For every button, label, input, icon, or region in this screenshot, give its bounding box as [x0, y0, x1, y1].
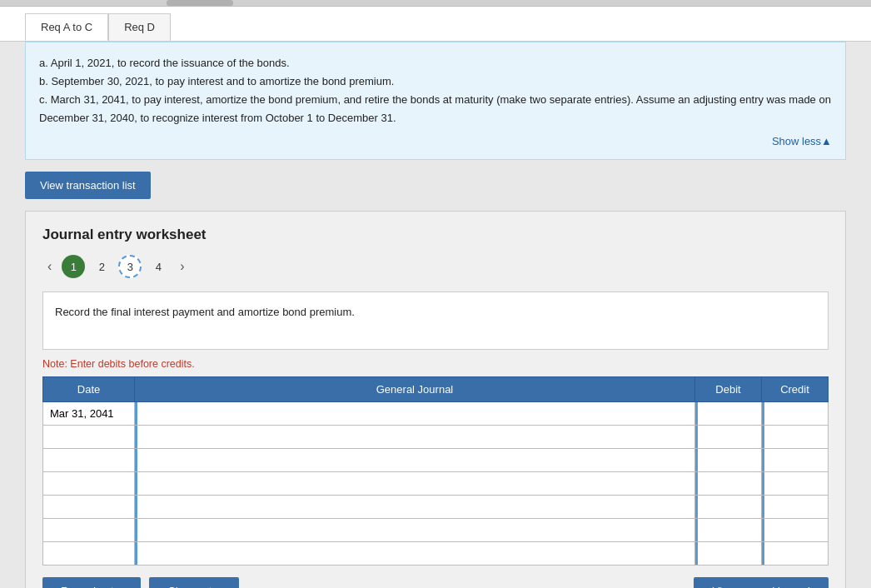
- date-cell: [43, 426, 135, 449]
- debit-cell: [695, 472, 762, 496]
- table-row: [43, 472, 829, 496]
- date-input[interactable]: [43, 496, 134, 518]
- pagination: ‹ 1 2 3 4 ›: [42, 255, 829, 278]
- view-general-journal-button[interactable]: View general journal: [694, 577, 829, 588]
- col-header-journal: General Journal: [135, 377, 695, 402]
- debit-input[interactable]: [695, 496, 761, 518]
- table-row: [43, 496, 829, 519]
- credit-cell: [762, 519, 829, 542]
- page-2[interactable]: 2: [90, 255, 113, 278]
- debit-input[interactable]: [695, 542, 761, 565]
- journal-entry-worksheet: Journal entry worksheet ‹ 1 2 3 4 › Reco…: [25, 211, 846, 588]
- col-header-credit: Credit: [762, 377, 829, 402]
- tab-req-a-to-c[interactable]: Req A to C: [25, 13, 108, 41]
- col-header-date: Date: [43, 377, 135, 402]
- credit-cell: [762, 449, 829, 472]
- credit-cell: [762, 542, 829, 566]
- col-header-debit: Debit: [695, 377, 762, 402]
- journal-input[interactable]: [135, 472, 694, 495]
- view-transaction-list-button[interactable]: View transaction list: [25, 172, 151, 199]
- debit-cell: [695, 449, 762, 472]
- credit-input[interactable]: [762, 449, 828, 471]
- journal-cell: [135, 519, 695, 542]
- journal-input[interactable]: [135, 426, 694, 448]
- debit-input[interactable]: [695, 519, 761, 541]
- credit-input[interactable]: [762, 542, 828, 565]
- credit-input[interactable]: [762, 496, 828, 518]
- debit-cell: [695, 402, 762, 426]
- entry-description: Record the final interest payment and am…: [42, 292, 829, 350]
- debit-cell: [695, 542, 762, 566]
- clear-entry-button[interactable]: Clear entry: [149, 577, 239, 588]
- journal-table: Date General Journal Debit Credit: [42, 376, 829, 566]
- table-row: [43, 449, 829, 472]
- info-line-a: a. April 1, 2021, to record the issuance…: [39, 54, 832, 72]
- date-cell: [43, 402, 135, 426]
- page-1[interactable]: 1: [62, 255, 85, 278]
- date-input[interactable]: [43, 426, 134, 448]
- credit-input[interactable]: [762, 402, 828, 425]
- date-cell: [43, 542, 135, 566]
- next-page-arrow[interactable]: ›: [175, 257, 189, 276]
- table-row: [43, 426, 829, 449]
- note-text: Note: Enter debits before credits.: [42, 358, 829, 370]
- date-cell: [43, 449, 135, 472]
- date-input[interactable]: [43, 402, 134, 425]
- info-box: a. April 1, 2021, to record the issuance…: [25, 42, 846, 160]
- tab-bar: Req A to C Req D: [0, 7, 871, 42]
- record-entry-button[interactable]: Record entry: [42, 577, 141, 588]
- journal-input[interactable]: [135, 402, 694, 425]
- date-input[interactable]: [43, 472, 134, 495]
- journal-cell: [135, 426, 695, 449]
- credit-cell: [762, 496, 829, 519]
- tab-req-d[interactable]: Req D: [108, 13, 171, 41]
- credit-input[interactable]: [762, 426, 828, 448]
- debit-input[interactable]: [695, 402, 761, 425]
- debit-cell: [695, 519, 762, 542]
- date-input[interactable]: [43, 519, 134, 541]
- journal-cell: [135, 472, 695, 496]
- journal-cell: [135, 496, 695, 519]
- credit-cell: [762, 402, 829, 426]
- table-row: [43, 402, 829, 426]
- debit-input[interactable]: [695, 449, 761, 471]
- journal-input[interactable]: [135, 449, 694, 471]
- debit-input[interactable]: [695, 472, 761, 495]
- debit-cell: [695, 496, 762, 519]
- date-input[interactable]: [43, 542, 134, 565]
- date-input[interactable]: [43, 449, 134, 471]
- debit-cell: [695, 426, 762, 449]
- credit-cell: [762, 472, 829, 496]
- journal-cell: [135, 449, 695, 472]
- journal-cell: [135, 542, 695, 566]
- prev-page-arrow[interactable]: ‹: [42, 257, 57, 276]
- bottom-buttons: Record entry Clear entry View general jo…: [42, 577, 829, 588]
- journal-input[interactable]: [135, 496, 694, 518]
- page-3[interactable]: 3: [118, 255, 142, 278]
- credit-input[interactable]: [762, 519, 828, 541]
- journal-input[interactable]: [135, 542, 694, 565]
- page-4[interactable]: 4: [147, 255, 170, 278]
- debit-input[interactable]: [695, 426, 761, 448]
- journal-input[interactable]: [135, 519, 694, 541]
- info-line-c: c. March 31, 2041, to pay interest, amor…: [39, 91, 832, 127]
- show-less-link[interactable]: Show less▲: [772, 135, 832, 147]
- credit-cell: [762, 426, 829, 449]
- info-line-b: b. September 30, 2021, to pay interest a…: [39, 72, 832, 91]
- credit-input[interactable]: [762, 472, 828, 495]
- table-row: [43, 519, 829, 542]
- date-cell: [43, 519, 135, 542]
- journal-cell: [135, 402, 695, 426]
- worksheet-title: Journal entry worksheet: [42, 227, 829, 243]
- table-row: [43, 542, 829, 566]
- date-cell: [43, 472, 135, 496]
- date-cell: [43, 496, 135, 519]
